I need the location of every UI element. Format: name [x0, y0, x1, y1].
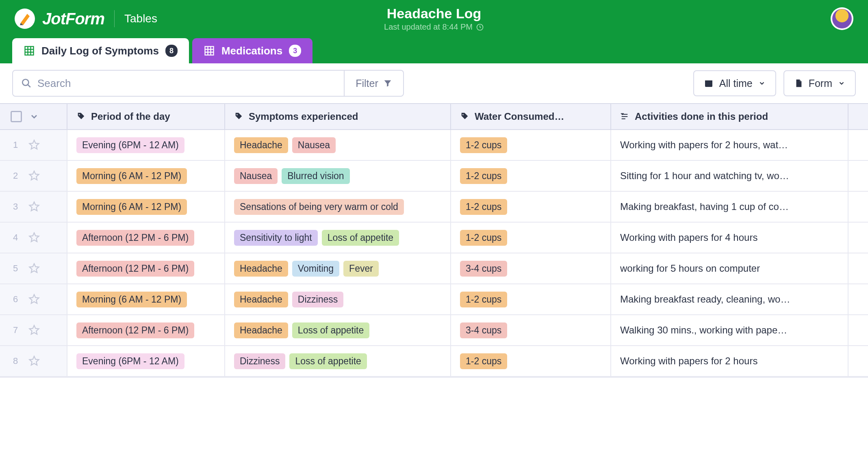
- brand-area[interactable]: JotForm: [15, 9, 104, 29]
- row-number: 7: [13, 325, 18, 335]
- table-row[interactable]: 6Morning (6 AM - 12 PM)HeadacheDizziness…: [0, 284, 868, 315]
- cell-water[interactable]: 1-2 cups: [451, 161, 611, 191]
- star-icon[interactable]: [28, 201, 40, 212]
- cell-extra[interactable]: [848, 161, 868, 191]
- table-row[interactable]: 1Evening (6PM - 12 AM)HeadacheNausea1-2 …: [0, 130, 868, 161]
- cell-period[interactable]: Morning (6 AM - 12 PM): [67, 284, 225, 314]
- symptom-pill: Nausea: [292, 137, 336, 153]
- cell-symptoms[interactable]: HeadacheDizziness: [225, 284, 451, 314]
- tag-icon: [234, 112, 243, 121]
- col-label: Period of the day: [91, 111, 170, 122]
- cell-extra[interactable]: [848, 346, 868, 376]
- search-input[interactable]: [37, 77, 336, 90]
- cell-period[interactable]: Afternoon (12 PM - 6 PM): [67, 253, 225, 283]
- data-table: Period of the day Symptoms experienced W…: [0, 103, 868, 377]
- subproduct-name[interactable]: Tables: [124, 12, 157, 25]
- cell-symptoms[interactable]: Sensations of being very warm or cold: [225, 192, 451, 222]
- table-row[interactable]: 8Evening (6PM - 12 AM)DizzinessLoss of a…: [0, 346, 868, 377]
- cell-extra[interactable]: [848, 253, 868, 283]
- cell-activities[interactable]: Working with papers for 4 hours: [611, 223, 848, 253]
- star-icon[interactable]: [28, 355, 40, 367]
- calendar-icon: [704, 78, 714, 88]
- water-pill: 1-2 cups: [460, 199, 507, 215]
- cell-activities[interactable]: Sitting for 1 hour and watching tv, wo…: [611, 161, 848, 191]
- star-icon[interactable]: [28, 170, 40, 182]
- cell-symptoms[interactable]: DizzinessLoss of appetite: [225, 346, 451, 376]
- cell-activities[interactable]: Working with papers for 2 hours: [611, 346, 848, 376]
- star-icon[interactable]: [28, 232, 40, 243]
- cell-extra[interactable]: [848, 223, 868, 253]
- svg-rect-14: [705, 80, 712, 82]
- cell-activities[interactable]: Working with papers for 2 hours, wat…: [611, 130, 848, 160]
- svg-point-15: [79, 114, 80, 115]
- tab-daily-log[interactable]: Daily Log of Symptoms 8: [12, 38, 189, 63]
- row-selector: 3: [0, 192, 67, 222]
- cell-water[interactable]: 1-2 cups: [451, 192, 611, 222]
- row-selector: 7: [0, 315, 67, 345]
- cell-extra[interactable]: [848, 130, 868, 160]
- th-symptoms[interactable]: Symptoms experienced: [225, 104, 451, 129]
- cell-water[interactable]: 1-2 cups: [451, 346, 611, 376]
- cell-water[interactable]: 1-2 cups: [451, 223, 611, 253]
- filter-icon: [383, 79, 392, 88]
- history-icon[interactable]: [476, 23, 484, 31]
- page-title[interactable]: Headache Log: [384, 6, 484, 22]
- activities-text: Working with papers for 2 hours: [620, 355, 839, 367]
- table-icon: [24, 45, 35, 56]
- cell-water[interactable]: 1-2 cups: [451, 284, 611, 314]
- col-label: Activities done in this period: [635, 111, 768, 122]
- cell-water[interactable]: 1-2 cups: [451, 130, 611, 160]
- divider: [114, 10, 115, 27]
- cell-extra[interactable]: [848, 284, 868, 314]
- cell-period[interactable]: Morning (6 AM - 12 PM): [67, 192, 225, 222]
- cell-period[interactable]: Evening (6PM - 12 AM): [67, 130, 225, 160]
- cell-period[interactable]: Afternoon (12 PM - 6 PM): [67, 315, 225, 345]
- star-icon[interactable]: [28, 139, 40, 151]
- star-icon[interactable]: [28, 325, 40, 336]
- th-extra[interactable]: [848, 104, 868, 129]
- table-icon: [204, 45, 215, 56]
- cell-symptoms[interactable]: HeadacheVomitingFever: [225, 253, 451, 283]
- cell-water[interactable]: 3-4 cups: [451, 253, 611, 283]
- cell-symptoms[interactable]: NauseaBlurred vision: [225, 161, 451, 191]
- cell-period[interactable]: Morning (6 AM - 12 PM): [67, 161, 225, 191]
- cell-period[interactable]: Afternoon (12 PM - 6 PM): [67, 223, 225, 253]
- th-water[interactable]: Water Consumed…: [451, 104, 611, 129]
- row-selector: 1: [0, 130, 67, 160]
- row-selector: 4: [0, 223, 67, 253]
- tab-medications[interactable]: Medications 3: [192, 38, 312, 63]
- search-wrap: Filter: [12, 70, 404, 97]
- cell-water[interactable]: 3-4 cups: [451, 315, 611, 345]
- form-button[interactable]: Form: [783, 70, 856, 96]
- filter-button[interactable]: Filter: [345, 70, 404, 97]
- cell-activities[interactable]: working for 5 hours on computer: [611, 253, 848, 283]
- table-row[interactable]: 7Afternoon (12 PM - 6 PM)HeadacheLoss of…: [0, 315, 868, 346]
- cell-activities[interactable]: Making breakfast ready, cleaning, wo…: [611, 284, 848, 314]
- cell-symptoms[interactable]: HeadacheNausea: [225, 130, 451, 160]
- cell-activities[interactable]: Walking 30 mins., working with pape…: [611, 315, 848, 345]
- water-pill: 3-4 cups: [460, 261, 507, 277]
- table-row[interactable]: 2Morning (6 AM - 12 PM)NauseaBlurred vis…: [0, 161, 868, 192]
- user-avatar[interactable]: [831, 7, 853, 30]
- search-box[interactable]: [12, 70, 345, 97]
- star-icon[interactable]: [28, 263, 40, 274]
- table-row[interactable]: 5Afternoon (12 PM - 6 PM)HeadacheVomitin…: [0, 253, 868, 284]
- time-filter-button[interactable]: All time: [693, 70, 776, 96]
- select-all-checkbox[interactable]: [11, 111, 22, 122]
- th-period[interactable]: Period of the day: [67, 104, 225, 129]
- th-activities[interactable]: Activities done in this period: [611, 104, 848, 129]
- cell-symptoms[interactable]: HeadacheLoss of appetite: [225, 315, 451, 345]
- activities-text: Working with papers for 2 hours, wat…: [620, 139, 839, 151]
- chevron-down-icon[interactable]: [29, 112, 39, 121]
- symptom-pill: Headache: [234, 137, 288, 153]
- cell-symptoms[interactable]: Sensitivity to lightLoss of appetite: [225, 223, 451, 253]
- cell-activities[interactable]: Making breakfast, having 1 cup of co…: [611, 192, 848, 222]
- table-row[interactable]: 3Morning (6 AM - 12 PM)Sensations of bei…: [0, 192, 868, 223]
- star-icon[interactable]: [28, 294, 40, 305]
- cell-period[interactable]: Evening (6PM - 12 AM): [67, 346, 225, 376]
- table-row[interactable]: 4Afternoon (12 PM - 6 PM)Sensitivity to …: [0, 223, 868, 253]
- chevron-down-icon: [758, 80, 766, 87]
- svg-rect-6: [205, 47, 213, 55]
- cell-extra[interactable]: [848, 192, 868, 222]
- cell-extra[interactable]: [848, 315, 868, 345]
